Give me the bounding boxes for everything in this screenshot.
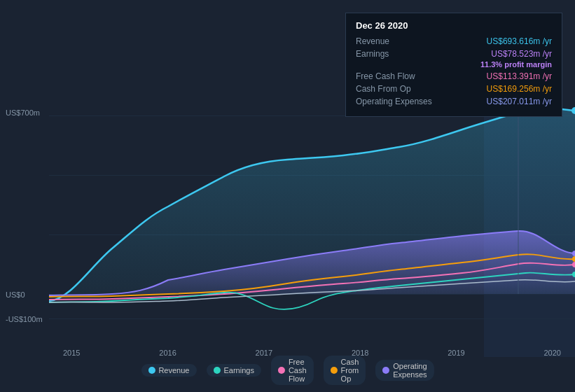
tooltip-op-expenses-row: Operating Expenses US$207.011m /yr xyxy=(356,97,552,106)
legend-item-op-expenses[interactable]: Operating Expenses xyxy=(375,360,434,381)
tooltip-revenue-value: US$693.616m /yr xyxy=(487,36,552,46)
legend-label-earnings: Earnings xyxy=(223,366,254,374)
tooltip-free-cash-row: Free Cash Flow US$113.391m /yr xyxy=(356,71,552,81)
tooltip-cash-from-op-row: Cash From Op US$169.256m /yr xyxy=(356,84,552,94)
tooltip-earnings-value: US$78.523m /yr xyxy=(491,49,552,59)
legend-item-revenue[interactable]: Revenue xyxy=(141,364,196,377)
tooltip-op-expenses-label: Operating Expenses xyxy=(356,97,433,106)
tooltip-box: Dec 26 2020 Revenue US$693.616m /yr Earn… xyxy=(345,13,562,117)
legend-dot-cash-from-op xyxy=(331,367,338,374)
legend-label-op-expenses: Operating Expenses xyxy=(393,362,427,379)
tooltip-date: Dec 26 2020 xyxy=(356,20,552,31)
tooltip-free-cash-value: US$113.391m /yr xyxy=(487,71,552,81)
legend-item-earnings[interactable]: Earnings xyxy=(206,364,261,377)
legend: Revenue Earnings Free Cash Flow Cash Fro… xyxy=(141,356,434,385)
legend-dot-free-cash xyxy=(278,367,285,374)
legend-item-cash-from-op[interactable]: Cash From Op xyxy=(324,356,366,385)
tooltip-cash-from-op-value: US$169.256m /yr xyxy=(487,84,552,94)
legend-label-free-cash: Free Cash Flow xyxy=(289,358,307,383)
tooltip-profit-margin: 11.3% profit margin xyxy=(480,60,552,69)
legend-dot-revenue xyxy=(148,367,155,374)
tooltip-earnings-row: Earnings US$78.523m /yr xyxy=(356,49,552,59)
chart-container: US$700m US$0 -US$100m xyxy=(0,0,575,392)
legend-dot-earnings xyxy=(213,367,220,374)
x-label-2019: 2019 xyxy=(448,349,464,357)
x-label-2020: 2020 xyxy=(543,349,560,357)
tooltip-op-expenses-value: US$207.011m /yr xyxy=(487,97,552,106)
x-label-2015: 2015 xyxy=(63,349,80,357)
tooltip-revenue-row: Revenue US$693.616m /yr xyxy=(356,36,552,46)
legend-item-free-cash[interactable]: Free Cash Flow xyxy=(271,356,314,385)
legend-label-cash-from-op: Cash From Op xyxy=(341,358,359,383)
tooltip-cash-from-op-label: Cash From Op xyxy=(356,84,433,94)
tooltip-free-cash-label: Free Cash Flow xyxy=(356,71,433,81)
legend-dot-op-expenses xyxy=(382,367,389,374)
legend-label-revenue: Revenue xyxy=(158,366,189,374)
tooltip-earnings-label: Earnings xyxy=(356,49,433,59)
tooltip-profit-margin-row: 11.3% profit margin xyxy=(356,60,552,69)
tooltip-revenue-label: Revenue xyxy=(356,36,433,46)
